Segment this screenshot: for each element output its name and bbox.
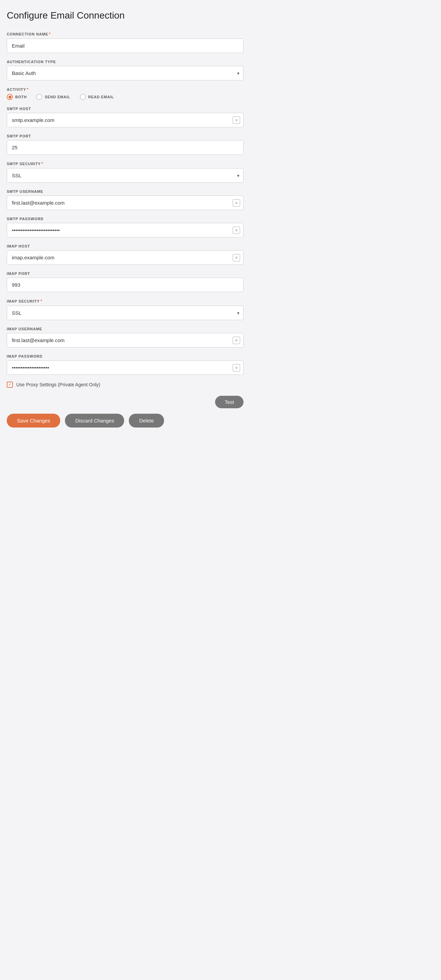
smtp-security-section: SMTP SECURITY* SSL TLS None ▾ [7,161,243,183]
radio-circle-send [36,94,42,100]
imap-username-input-wrapper: V [7,333,243,347]
smtp-username-label: SMTP USERNAME [7,189,243,194]
imap-password-label: IMAP PASSWORD [7,354,243,358]
required-star-activity: * [27,87,29,92]
radio-circle-both [7,94,13,100]
auth-type-section: AUTHENTICATION TYPE Basic Auth OAuth2 ▾ [7,60,243,80]
radio-both[interactable]: BOTH [7,94,27,100]
activity-section: ACTIVITY* BOTH SEND EMAIL READ EMAIL [7,87,243,100]
radio-circle-read [80,94,86,100]
imap-port-label: IMAP PORT [7,272,243,275]
smtp-host-input[interactable] [7,113,243,127]
imap-username-section: IMAP USERNAME V [7,327,243,347]
activity-radio-group: BOTH SEND EMAIL READ EMAIL [7,94,243,100]
bottom-buttons-row: Save Changes Discard Changes Delete [7,414,243,428]
imap-port-input[interactable] [7,278,243,292]
smtp-host-section: SMTP HOST V [7,107,243,127]
imap-password-vault-icon[interactable]: V [233,364,240,371]
imap-host-label: IMAP HOST [7,244,243,248]
required-star: * [49,32,51,37]
smtp-password-label: SMTP PASSWORD [7,217,243,221]
auth-type-select[interactable]: Basic Auth OAuth2 [7,66,243,80]
smtp-host-label: SMTP HOST [7,107,243,111]
imap-password-input[interactable] [7,360,243,375]
radio-label-both: BOTH [15,95,27,99]
smtp-username-input-wrapper: V [7,196,243,210]
imap-username-label: IMAP USERNAME [7,327,243,331]
required-star-imap-sec: * [40,299,42,304]
imap-security-section: IMAP SECURITY* SSL TLS None ▾ [7,299,243,320]
imap-password-input-wrapper: V [7,360,243,375]
smtp-username-input[interactable] [7,196,243,210]
page-title: Configure Email Connection [7,10,243,21]
smtp-password-vault-icon[interactable]: V [233,227,240,234]
connection-name-section: CONNECTION NAME* [7,32,243,53]
imap-security-select-wrapper: SSL TLS None ▾ [7,305,243,320]
auth-type-label: AUTHENTICATION TYPE [7,60,243,64]
proxy-settings-label: Use Proxy Settings (Private Agent Only) [16,382,100,387]
radio-send-email[interactable]: SEND EMAIL [36,94,70,100]
imap-port-section: IMAP PORT [7,272,243,292]
imap-host-section: IMAP HOST V [7,244,243,265]
smtp-security-select-wrapper: SSL TLS None ▾ [7,168,243,183]
smtp-password-section: SMTP PASSWORD V [7,217,243,237]
imap-host-input[interactable] [7,250,243,265]
smtp-username-section: SMTP USERNAME V [7,189,243,210]
required-star-smtp-sec: * [41,161,43,166]
smtp-port-label: SMTP PORT [7,134,243,138]
auth-type-select-wrapper: Basic Auth OAuth2 ▾ [7,66,243,80]
smtp-port-section: SMTP PORT [7,134,243,155]
smtp-username-vault-icon[interactable]: V [233,199,240,207]
discard-changes-button[interactable]: Discard Changes [65,414,124,428]
smtp-security-label: SMTP SECURITY* [7,161,243,166]
smtp-password-input[interactable] [7,223,243,237]
smtp-password-input-wrapper: V [7,223,243,237]
save-changes-button[interactable]: Save Changes [7,414,60,428]
radio-label-send: SEND EMAIL [45,95,70,99]
proxy-settings-checkbox[interactable] [7,382,13,388]
delete-button[interactable]: Delete [129,414,164,428]
smtp-security-select[interactable]: SSL TLS None [7,168,243,183]
radio-label-read: READ EMAIL [88,95,114,99]
imap-security-select[interactable]: SSL TLS None [7,305,243,320]
proxy-settings-row: Use Proxy Settings (Private Agent Only) [7,382,243,388]
imap-password-section: IMAP PASSWORD V [7,354,243,375]
test-button[interactable]: Test [215,396,243,408]
connection-name-input[interactable] [7,38,243,53]
radio-read-email[interactable]: READ EMAIL [80,94,114,100]
imap-security-label: IMAP SECURITY* [7,299,243,304]
smtp-host-input-wrapper: V [7,113,243,127]
test-button-row: Test [7,396,243,408]
imap-username-vault-icon[interactable]: V [233,337,240,344]
smtp-host-vault-icon[interactable]: V [233,116,240,124]
imap-host-vault-icon[interactable]: V [233,254,240,261]
imap-host-input-wrapper: V [7,250,243,265]
connection-name-label: CONNECTION NAME* [7,32,243,37]
activity-label: ACTIVITY* [7,87,243,92]
imap-username-input[interactable] [7,333,243,347]
smtp-port-input[interactable] [7,140,243,155]
